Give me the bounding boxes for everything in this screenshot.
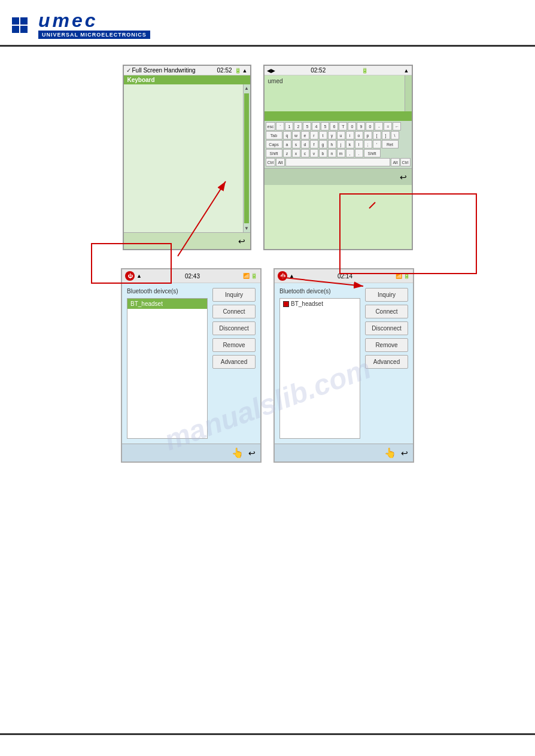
- key-s[interactable]: s: [292, 140, 300, 148]
- bt-right-inquiry-btn[interactable]: Inquiry: [365, 288, 408, 302]
- bt-device-item-checked[interactable]: BT_headset: [280, 299, 360, 309]
- key-5a[interactable]: 5: [303, 122, 311, 130]
- kbd-row-1: esc ` 1 2 5 4 5 6 T 0 9 0 - = ←: [266, 122, 411, 130]
- key-r[interactable]: r: [310, 131, 318, 139]
- key-tab[interactable]: Tab: [266, 131, 282, 139]
- key-q[interactable]: q: [283, 131, 291, 139]
- bt-left-device-list: BT_headset: [127, 298, 208, 439]
- key-n[interactable]: n: [328, 149, 336, 157]
- kbd-row-4: Shift z x c v b n m , . Shift: [266, 149, 411, 157]
- bt-right-connect-btn[interactable]: Connect: [365, 305, 408, 318]
- key-m[interactable]: m: [337, 149, 345, 157]
- key-equals[interactable]: =: [384, 122, 392, 130]
- bt-left-time: 02:43: [185, 273, 200, 280]
- key-period[interactable]: .: [355, 149, 363, 157]
- bt-right-buttons: Inquiry Connect Disconnect Remove Advanc…: [365, 288, 408, 439]
- bt-left-advanced-btn[interactable]: Advanced: [212, 355, 256, 369]
- key-f[interactable]: f: [310, 140, 318, 148]
- scroll-down-arrow[interactable]: ▼: [244, 224, 249, 232]
- key-semicolon[interactable]: ;: [364, 140, 372, 148]
- top-right-screen-footer: ↩: [265, 168, 412, 185]
- key-ctrl-l[interactable]: Ctrl: [266, 158, 276, 166]
- bottom-panels: ⏻ ▲ 02:43 📶 🔋 Bluetooth deivce(s): [118, 268, 417, 463]
- key-caps[interactable]: Caps: [266, 140, 282, 148]
- bt-right-footer: 👆 ↩: [275, 444, 413, 462]
- key-0b[interactable]: 0: [366, 122, 374, 130]
- key-backspace[interactable]: ←: [393, 122, 401, 130]
- bt-left-remove-btn[interactable]: Remove: [212, 338, 256, 352]
- key-d[interactable]: d: [301, 140, 309, 148]
- key-x[interactable]: x: [292, 149, 300, 157]
- key-t[interactable]: T: [339, 122, 347, 130]
- bt-power-icon-right: ⏻: [278, 271, 287, 281]
- top-left-screen: ✓ Full Screen Handwriting 02:52 🔋 ▲ Keyb…: [123, 65, 251, 250]
- key-a[interactable]: a: [283, 140, 291, 148]
- keyboard-menu-item[interactable]: Keyboard: [124, 75, 250, 84]
- bt-right-device-list: BT_headset: [279, 298, 360, 439]
- footer-icon-left: ↩: [238, 236, 245, 246]
- key-c[interactable]: c: [301, 149, 309, 157]
- key-shift-l[interactable]: Shift: [266, 149, 282, 157]
- key-4[interactable]: 4: [312, 122, 320, 130]
- key-backslash[interactable]: \: [391, 131, 399, 139]
- scroll-up-icon[interactable]: ▲: [242, 68, 248, 74]
- footer-return-right: ↩: [401, 448, 408, 458]
- key-g[interactable]: g: [319, 140, 327, 148]
- top-right-screen-header: ◀▶ 02:52 🔋 ▲: [265, 66, 412, 75]
- nav-arrows: ◀▶: [267, 68, 275, 74]
- key-rbracket[interactable]: ]: [382, 131, 390, 139]
- key-o[interactable]: o: [355, 131, 363, 139]
- bt-right-body: Bluetooth deivce(s) BT_headset Inquiry C…: [275, 283, 413, 444]
- key-6[interactable]: 6: [330, 122, 338, 130]
- key-shift-r[interactable]: Shift: [364, 149, 381, 157]
- page-header: umec UNIVERSAL MICROELECTRONICS: [0, 0, 535, 45]
- signal-icon: 📶: [243, 273, 250, 279]
- key-space[interactable]: [285, 158, 391, 166]
- key-1[interactable]: 1: [285, 122, 293, 130]
- bt-right-disconnect-btn[interactable]: Disconnect: [365, 321, 408, 335]
- bt-left-connect-btn[interactable]: Connect: [212, 305, 256, 318]
- key-comma[interactable]: ,: [346, 149, 354, 157]
- key-h[interactable]: h: [328, 140, 336, 148]
- key-i[interactable]: i: [346, 131, 354, 139]
- scrollbar-right[interactable]: ▲ ▼: [243, 84, 250, 232]
- key-9[interactable]: 9: [357, 122, 365, 130]
- key-u[interactable]: u: [337, 131, 345, 139]
- key-k[interactable]: k: [346, 140, 354, 148]
- key-w[interactable]: w: [292, 131, 300, 139]
- bt-left-disconnect-btn[interactable]: Disconnect: [212, 321, 256, 335]
- scroll-up-arrow[interactable]: ▲: [244, 84, 249, 92]
- key-lbracket[interactable]: [: [373, 131, 381, 139]
- key-alt-r[interactable]: Alt: [391, 158, 399, 166]
- footer-divider: [0, 733, 535, 735]
- bt-right-advanced-btn[interactable]: Advanced: [365, 355, 408, 369]
- key-0a[interactable]: 0: [348, 122, 356, 130]
- top-left-screen-header: ✓ Full Screen Handwriting 02:52 🔋 ▲: [124, 66, 250, 75]
- key-ctrl-r[interactable]: Ctrl: [400, 158, 411, 166]
- bt-left-buttons: Inquiry Connect Disconnect Remove Advanc…: [212, 288, 256, 439]
- green-divider: [265, 111, 412, 121]
- scroll-up-icon-right[interactable]: ▲: [404, 68, 409, 74]
- key-minus[interactable]: -: [375, 122, 383, 130]
- key-esc[interactable]: esc: [266, 122, 276, 130]
- key-j[interactable]: j: [337, 140, 345, 148]
- key-quote[interactable]: ': [373, 140, 381, 148]
- key-5b[interactable]: 5: [321, 122, 329, 130]
- bt-left-inquiry-btn[interactable]: Inquiry: [212, 288, 256, 302]
- bt-icon-right: ⏻ ▲: [278, 271, 294, 281]
- key-alt-l[interactable]: Alt: [276, 158, 284, 166]
- key-ty[interactable]: t: [319, 131, 327, 139]
- key-v[interactable]: v: [310, 149, 318, 157]
- key-2[interactable]: 2: [294, 122, 302, 130]
- bt-device-item-selected[interactable]: BT_headset: [127, 299, 207, 309]
- key-z[interactable]: z: [283, 149, 291, 157]
- bt-right-remove-btn[interactable]: Remove: [365, 338, 408, 352]
- key-e[interactable]: e: [301, 131, 309, 139]
- key-p[interactable]: p: [364, 131, 372, 139]
- key-ret[interactable]: Ret: [382, 140, 399, 148]
- key-b[interactable]: b: [319, 149, 327, 157]
- key-l[interactable]: l: [355, 140, 363, 148]
- key-y[interactable]: y: [328, 131, 336, 139]
- key-backtick[interactable]: `: [276, 122, 284, 130]
- kbd-row-5: Ctrl Alt Alt Ctrl: [266, 158, 411, 166]
